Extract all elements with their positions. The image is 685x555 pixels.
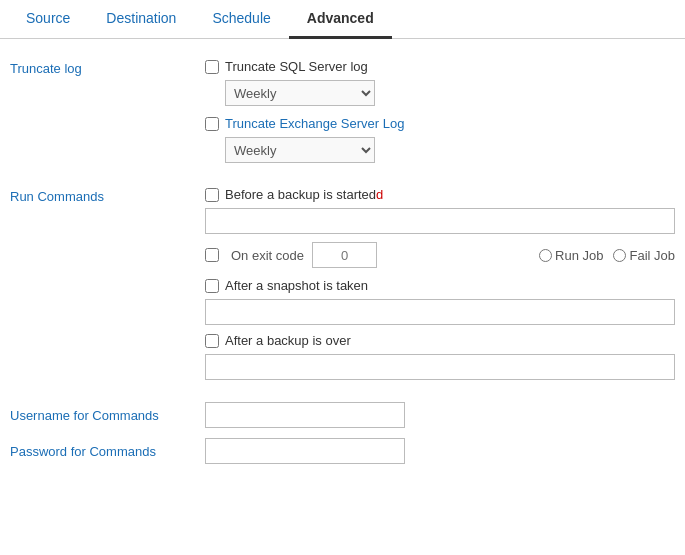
fail-job-radio-label[interactable]: Fail Job [613,248,675,263]
run-commands-controls: Before a backup is startedd On exit code… [205,187,675,388]
username-label: Username for Commands [10,408,205,423]
sql-frequency-select[interactable]: Weekly Daily Monthly [225,80,375,106]
exit-code-row: On exit code Run Job Fail Job [205,242,675,268]
password-input[interactable] [205,438,405,464]
username-row: Username for Commands [10,402,675,428]
radio-group: Run Job Fail Job [539,248,675,263]
sql-truncate-checkbox[interactable] [205,60,219,74]
exit-code-input[interactable] [312,242,377,268]
before-backup-label: Before a backup is startedd [225,187,383,202]
username-input[interactable] [205,402,405,428]
run-commands-label: Run Commands [10,187,205,204]
run-job-label: Run Job [555,248,603,263]
after-snapshot-checkbox[interactable] [205,279,219,293]
truncate-log-row: Truncate log Truncate SQL Server log Wee… [10,59,675,173]
after-backup-input[interactable] [205,354,675,380]
exchange-truncate-check-row: Truncate Exchange Server Log [205,116,675,131]
exit-code-label: On exit code [231,248,304,263]
sql-truncate-label: Truncate SQL Server log [225,59,368,74]
tab-source[interactable]: Source [8,0,88,38]
tab-destination[interactable]: Destination [88,0,194,38]
fail-job-radio[interactable] [613,249,626,262]
after-snapshot-label: After a snapshot is taken [225,278,368,293]
exchange-truncate-checkbox[interactable] [205,117,219,131]
exchange-frequency-select[interactable]: Weekly Daily Monthly [225,137,375,163]
run-commands-row: Run Commands Before a backup is startedd… [10,187,675,388]
truncate-log-controls: Truncate SQL Server log Weekly Daily Mon… [205,59,675,173]
run-job-radio-label[interactable]: Run Job [539,248,603,263]
exchange-truncate-label: Truncate Exchange Server Log [225,116,404,131]
after-backup-check-row: After a backup is over [205,333,675,348]
after-backup-label: After a backup is over [225,333,351,348]
sql-frequency-wrap: Weekly Daily Monthly [225,80,675,106]
exchange-frequency-wrap: Weekly Daily Monthly [225,137,675,163]
fail-job-label: Fail Job [629,248,675,263]
content-area: Truncate log Truncate SQL Server log Wee… [0,39,685,484]
sql-truncate-check-row: Truncate SQL Server log [205,59,675,74]
tab-advanced[interactable]: Advanced [289,0,392,39]
tab-bar: Source Destination Schedule Advanced [0,0,685,39]
before-backup-input[interactable] [205,208,675,234]
tab-schedule[interactable]: Schedule [194,0,288,38]
after-snapshot-check-row: After a snapshot is taken [205,278,675,293]
exit-code-checkbox[interactable] [205,248,219,262]
after-snapshot-input[interactable] [205,299,675,325]
truncate-log-label: Truncate log [10,59,205,76]
before-backup-checkbox[interactable] [205,188,219,202]
password-label: Password for Commands [10,444,205,459]
before-backup-check-row: Before a backup is startedd [205,187,675,202]
run-job-radio[interactable] [539,249,552,262]
password-row: Password for Commands [10,438,675,464]
after-backup-checkbox[interactable] [205,334,219,348]
